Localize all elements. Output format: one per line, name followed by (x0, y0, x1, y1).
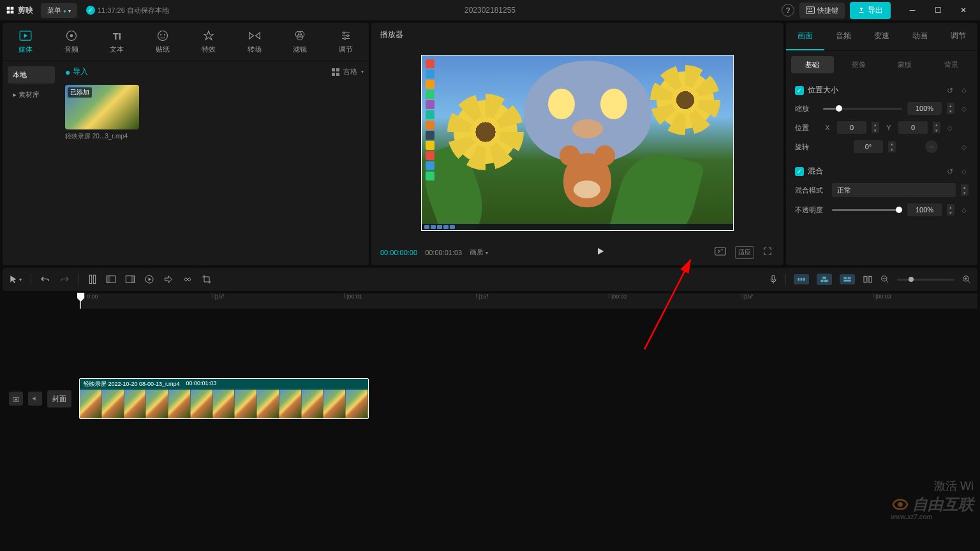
rotation-input[interactable] (854, 140, 883, 153)
opacity-spinner[interactable]: ▴▾ (947, 204, 954, 216)
magnet-auto[interactable] (817, 274, 832, 285)
scale-input[interactable] (907, 102, 942, 115)
media-item[interactable]: 已添加 轻映录屏 20...3_r.mp4 (65, 85, 139, 141)
preview-viewport[interactable] (371, 47, 783, 239)
scale-slider[interactable] (823, 108, 902, 110)
tab-transition[interactable]: 转场 (232, 23, 278, 61)
track-lock-button[interactable] (9, 392, 23, 406)
props-tab-speed[interactable]: 变速 (863, 23, 901, 50)
props-tab-audio[interactable]: 音频 (824, 23, 863, 50)
time-total: 00:00:01:03 (425, 249, 462, 256)
opacity-input[interactable] (907, 203, 942, 216)
svg-rect-3 (811, 8, 812, 10)
x-spinner[interactable]: ▴▾ (872, 122, 879, 133)
keyframe-icon[interactable]: ◇ (960, 142, 969, 151)
sidebar-item-library[interactable]: ▸ 素材库 (8, 86, 55, 103)
reset-icon[interactable]: ↺ (947, 167, 953, 176)
media-thumbnail: 已添加 (65, 85, 139, 129)
menu-button[interactable]: 菜单 ● ▾ (41, 3, 77, 18)
subtab-background[interactable]: 背景 (930, 56, 973, 73)
scale-spinner[interactable]: ▴▾ (947, 103, 954, 114)
split-tool[interactable] (88, 274, 97, 284)
reverse-tool[interactable] (163, 275, 174, 284)
subtab-cutout[interactable]: 抠像 (838, 56, 880, 73)
timeline-ruler[interactable]: 0:00 |15f |00:01 |15f |00:02 |15f |00:03 (79, 293, 977, 309)
sidebar-item-local[interactable]: 本地 (8, 66, 55, 84)
zoom-slider[interactable] (897, 279, 954, 281)
subtab-basic[interactable]: 基础 (791, 56, 834, 73)
blend-mode-spinner[interactable]: ▴▾ (961, 184, 969, 196)
props-tab-animation[interactable]: 动画 (901, 23, 939, 50)
position-x-input[interactable] (837, 121, 866, 134)
maximize-button[interactable]: ☐ (926, 1, 949, 19)
tab-sticker[interactable]: 贴纸 (140, 23, 186, 61)
subtab-mask[interactable]: 蒙版 (884, 56, 926, 73)
crop-tool[interactable] (202, 274, 212, 284)
adjust-icon (339, 29, 352, 42)
record-tool[interactable] (144, 274, 154, 284)
keyframe-icon[interactable]: ◇ (960, 86, 969, 95)
magnet-main-track[interactable] (794, 274, 809, 284)
position-y-input[interactable] (898, 121, 928, 134)
compare-icon[interactable] (712, 246, 729, 259)
close-button[interactable]: ✕ (952, 1, 975, 19)
clip-name: 轻映录屏 2022-10-20 08-00-13_r.mp4 (84, 380, 180, 388)
tab-filter[interactable]: 滤镜 (278, 23, 323, 61)
timeline-area[interactable]: 0:00 |15f |00:01 |15f |00:02 |15f |00:03… (3, 293, 977, 309)
svg-rect-37 (848, 277, 851, 279)
transform-checkbox[interactable]: ✓ (795, 86, 804, 95)
timeline-toolbar: ▾ (3, 268, 977, 291)
tab-effect[interactable]: 特效 (186, 23, 232, 61)
minimize-button[interactable]: ─ (901, 1, 924, 19)
undo-button[interactable] (40, 275, 50, 284)
text-icon: TI (110, 29, 123, 42)
opacity-slider[interactable] (832, 209, 902, 211)
select-tool[interactable]: ▾ (9, 275, 22, 284)
project-name: 202302181255 (464, 6, 516, 15)
track-mute-button[interactable] (28, 392, 42, 406)
tab-adjust[interactable]: 调节 (323, 23, 369, 61)
rotation-spinner[interactable]: ▴▾ (888, 141, 896, 152)
clip-duration: 00:00:01:03 (186, 380, 217, 388)
props-tab-adjust[interactable]: 调节 (939, 23, 977, 50)
export-button[interactable]: 导出 (850, 2, 891, 19)
preview-header: 播放器 (371, 23, 783, 47)
delete-right-tool[interactable] (125, 275, 135, 284)
keyframe-icon[interactable]: ◇ (960, 104, 969, 113)
tab-audio[interactable]: 音频 (48, 23, 94, 61)
quality-selector[interactable]: 画质 ▾ (470, 247, 488, 257)
y-spinner[interactable]: ▴▾ (933, 122, 940, 133)
keyframe-icon[interactable]: ◇ (946, 123, 954, 132)
keyframe-icon[interactable]: ◇ (960, 167, 969, 176)
svg-point-8 (158, 31, 168, 41)
delete-left-tool[interactable] (106, 275, 116, 284)
svg-rect-30 (798, 278, 799, 281)
mic-icon[interactable] (769, 274, 778, 284)
reset-icon[interactable]: ↺ (947, 86, 953, 95)
zoom-out-icon[interactable] (880, 275, 889, 284)
shortcut-button[interactable]: 快捷键 (799, 3, 845, 18)
blend-mode-select[interactable] (832, 183, 956, 197)
import-button[interactable]: ● 导入 (65, 66, 88, 77)
freeze-tool[interactable] (182, 274, 193, 284)
blend-checkbox[interactable]: ✓ (795, 167, 804, 176)
video-clip[interactable]: 轻映录屏 2022-10-20 08-00-13_r.mp4 00:00:01:… (79, 378, 369, 419)
help-icon[interactable]: ? (782, 4, 794, 17)
blend-section: ✓混合 ↺◇ 混合模式 ▴▾ 不透明度 ▴▾ ◇ (786, 159, 977, 223)
ratio-button[interactable]: 适应 (735, 246, 754, 259)
magnet-link[interactable] (840, 274, 855, 284)
view-mode-toggle[interactable]: 宫格 ▾ (332, 67, 364, 77)
redo-button[interactable] (59, 275, 70, 284)
props-tab-picture[interactable]: 画面 (786, 23, 824, 50)
rotation-minus-button[interactable]: − (925, 140, 938, 153)
keyframe-icon[interactable]: ◇ (960, 205, 969, 214)
fullscreen-icon[interactable] (761, 246, 775, 259)
autosave-status: ✓ 11:37:26 自动保存本地 (86, 6, 169, 15)
tab-media[interactable]: 媒体 (3, 23, 48, 61)
preview-axis[interactable] (863, 276, 873, 283)
cover-button[interactable]: 封面 (47, 390, 71, 408)
tab-text[interactable]: TI文本 (94, 23, 140, 61)
play-button[interactable] (595, 246, 605, 258)
zoom-in-icon[interactable] (962, 275, 971, 284)
svg-rect-39 (864, 276, 866, 282)
